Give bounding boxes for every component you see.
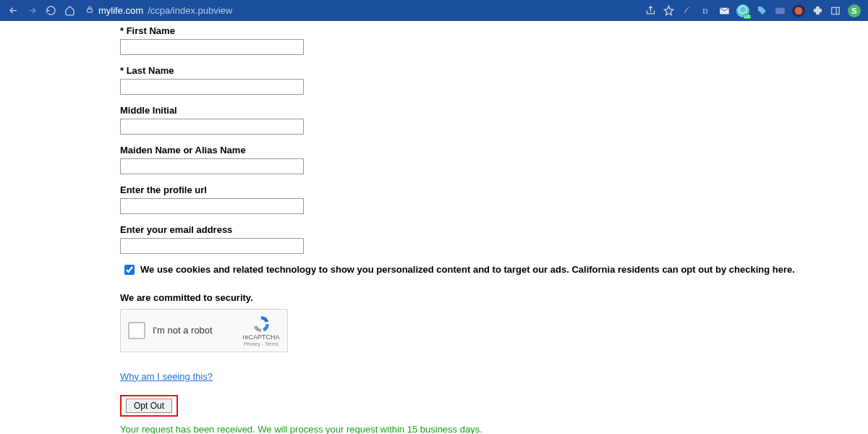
wallet-icon[interactable]	[774, 5, 786, 17]
mail-icon[interactable]	[718, 5, 730, 17]
maiden-name-label: Maiden Name or Alias Name	[120, 145, 868, 156]
svg-rect-2	[775, 8, 785, 14]
cookie-checkbox[interactable]	[124, 265, 135, 275]
browser-toolbar: mylife.com/ccpa/index.pubview D US	[0, 0, 868, 21]
recaptcha-checkbox[interactable]	[128, 322, 145, 339]
optout-highlight: Opt Out	[120, 395, 178, 417]
cookie-consent-text: We use cookies and related technology to…	[140, 264, 824, 276]
tag-icon[interactable]	[756, 5, 767, 17]
middle-initial-input[interactable]	[120, 119, 304, 135]
reload-icon[interactable]	[45, 5, 56, 17]
forward-icon[interactable]	[26, 5, 38, 17]
profile-url-input[interactable]	[120, 198, 304, 214]
puzzle-icon[interactable]	[812, 5, 823, 17]
recaptcha-logo-icon	[252, 315, 271, 333]
panel-icon[interactable]	[830, 5, 841, 17]
recaptcha-brand: reCAPTCHA Privacy - Terms	[242, 315, 280, 346]
optout-form-page: * First Name * Last Name Middle Initial …	[0, 21, 868, 434]
svg-rect-3	[832, 7, 840, 14]
profile-avatar[interactable]: S	[848, 4, 861, 17]
recaptcha-widget[interactable]: I'm not a robot reCAPTCHA Privacy - Term…	[120, 309, 288, 352]
address-bar[interactable]: mylife.com/ccpa/index.pubview	[81, 0, 644, 21]
back-icon[interactable]	[7, 5, 19, 17]
recaptcha-terms-text: Privacy - Terms	[242, 341, 280, 346]
svg-rect-0	[88, 9, 93, 13]
extension-d-icon[interactable]: D	[699, 4, 712, 17]
email-label: Enter your email address	[120, 224, 868, 235]
first-name-input[interactable]	[120, 39, 304, 55]
confirmation-message: Your request has been received. We will …	[120, 424, 868, 434]
why-link[interactable]: Why am I seeing this?	[120, 371, 213, 382]
svg-point-1	[739, 6, 747, 14]
profile-url-label: Enter the profile url	[120, 184, 868, 195]
home-icon[interactable]	[64, 5, 75, 17]
share-icon[interactable]	[644, 5, 656, 17]
recaptcha-label: I'm not a robot	[153, 325, 235, 336]
feather-icon[interactable]	[681, 5, 692, 17]
url-path: /ccpa/index.pubview	[148, 5, 232, 16]
optout-button[interactable]: Opt Out	[126, 399, 172, 413]
url-host: mylife.com	[98, 5, 143, 16]
cookie-consent-row: We use cookies and related technology to…	[120, 264, 868, 276]
last-name-input[interactable]	[120, 79, 304, 95]
recaptcha-brand-text: reCAPTCHA	[242, 334, 280, 341]
middle-initial-label: Middle Initial	[120, 105, 868, 116]
globe-icon[interactable]: US	[736, 4, 749, 17]
last-name-label: * Last Name	[120, 65, 868, 76]
lock-icon	[85, 5, 94, 16]
circle-icon[interactable]	[792, 4, 805, 17]
maiden-name-input[interactable]	[120, 158, 304, 174]
email-input[interactable]	[120, 238, 304, 254]
nav-button-group	[4, 5, 75, 17]
star-icon[interactable]	[663, 5, 674, 17]
extension-icons: D US S	[644, 4, 864, 17]
security-heading: We are committed to security.	[120, 292, 868, 303]
first-name-label: * First Name	[120, 25, 868, 36]
